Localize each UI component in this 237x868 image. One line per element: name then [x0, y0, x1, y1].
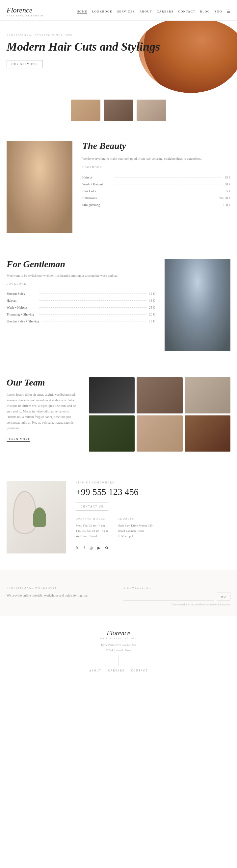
nav-home[interactable]: HOME: [77, 10, 87, 13]
team-title: Our Team: [7, 377, 79, 388]
contact-subtitle: Ring Us Somewhere: [76, 481, 230, 484]
price-item-haircut: Haircut 25 €: [82, 176, 230, 179]
beauty-lookbook-link[interactable]: Lookbook: [82, 166, 230, 169]
footer-logo-sub: Hair Stylist Studio: [7, 637, 230, 640]
contact-address: Address Hyde Park Drive Avenue 24020224 …: [117, 517, 152, 539]
newsletter-form: Go: [124, 593, 230, 600]
nav-blog[interactable]: BLOG: [200, 10, 210, 13]
contact-section: Ring Us Somewhere +99 555 123 456 Contac…: [0, 465, 237, 570]
gentleman-content: For Gentleman Men want to be stylish too…: [7, 259, 155, 327]
hours-text: Mon, Thu: 12 am - 7 pmTue, Fri, Sat: 10 …: [76, 523, 108, 539]
price-dots: [42, 321, 147, 321]
thumbnail-row: [0, 93, 237, 127]
price-dots: [114, 177, 222, 178]
newsletter-right: E-Newsletter Go * just subscribe to our …: [124, 586, 230, 606]
logo-name: Florence: [7, 6, 44, 14]
flower-icon[interactable]: ✿: [105, 546, 108, 551]
newsletter-description: We provide online tutorials, workshops a…: [7, 593, 113, 598]
price-value: 150 €: [223, 203, 231, 207]
footer-address: Hyde Park Drive Avenue 240 20224 Example…: [7, 642, 230, 653]
thumbnail-3[interactable]: [137, 100, 166, 121]
price-value: 60-120 €: [218, 196, 230, 200]
navigation: Florence Hair Stylist Studio HOME LOOKBO…: [0, 0, 237, 21]
price-item-straightening: Straightening 150 €: [82, 203, 230, 207]
price-dots: [114, 191, 222, 191]
footer-divider: [119, 656, 119, 666]
hero-section: Professional Styling Since 1999 Modern H…: [0, 21, 237, 93]
contact-info-cols: Opening Hours Mon, Thu: 12 am - 7 pmTue,…: [76, 517, 230, 539]
social-icons: 𝕏 f ◎ ▶ ✿: [76, 546, 230, 551]
price-item-color: Hair Color 35 €: [82, 189, 230, 193]
price-name: Shorten Sides: [7, 292, 36, 296]
instagram-icon[interactable]: ◎: [89, 546, 93, 551]
gentleman-title: For Gentleman: [7, 259, 155, 270]
team-photo-3: [185, 377, 230, 413]
price-name: Straightening: [82, 203, 112, 207]
price-name: Haircut: [7, 299, 36, 302]
team-section: Our Team Lorem ipsum dolor sit amet, sag…: [0, 364, 237, 465]
price-item-wash-haircut-g: Wash + Haircut 25 €: [7, 306, 155, 309]
footer-link-contact[interactable]: CONTACT: [131, 669, 148, 672]
nav-careers[interactable]: CAREERS: [157, 10, 174, 13]
contact-hours: Opening Hours Mon, Thu: 12 am - 7 pmTue,…: [76, 517, 108, 539]
newsletter-email-input[interactable]: [124, 593, 214, 600]
nav-links: HOME LOOKBOOK SERVICES ABOUT CAREERS CON…: [77, 9, 230, 14]
price-name: Haircut: [82, 176, 112, 179]
mirror-decor: [13, 491, 36, 534]
gentleman-price-list: Shorten Sides 12 € Haircut 18 € Wash + H…: [7, 292, 155, 323]
team-content: Our Team Lorem ipsum dolor sit amet, sag…: [7, 377, 79, 441]
logo[interactable]: Florence Hair Stylist Studio: [7, 6, 44, 17]
hero-content: Professional Styling Since 1999 Modern H…: [7, 34, 230, 68]
newsletter-section: Professional Workshops We provide online…: [0, 570, 237, 616]
price-value: 30 €: [225, 182, 231, 186]
footer-logo-name: Florence: [7, 629, 230, 637]
twitter-icon[interactable]: 𝕏: [76, 546, 79, 551]
price-name: Extensions: [82, 196, 112, 200]
nav-contact[interactable]: CONTACT: [178, 10, 195, 13]
gentleman-lookbook-link[interactable]: Lookbook: [7, 282, 155, 285]
footer-link-careers[interactable]: CAREERS: [108, 669, 125, 672]
price-item-shorten-shaving: Shorten Sides + Shaving 15 €: [7, 319, 155, 323]
search-icon[interactable]: ☰: [227, 9, 230, 14]
thumbnail-1[interactable]: [71, 100, 100, 121]
nav-about[interactable]: ABOUT: [139, 10, 152, 13]
gentleman-description: Men want to be stylish too, whether it i…: [7, 273, 155, 278]
learn-more-link[interactable]: Learn More: [7, 438, 30, 442]
price-item-haircut-g: Haircut 18 €: [7, 299, 155, 302]
price-dots: [114, 198, 216, 198]
nav-services[interactable]: SERVICES: [117, 10, 135, 13]
team-description: Lorem ipsum dolor sit amet, sagittis ves…: [7, 392, 79, 431]
price-value: 12 €: [149, 292, 155, 296]
nav-lookbook[interactable]: LOOKBOOK: [92, 10, 112, 13]
price-item-shorten-sides: Shorten Sides 12 €: [7, 292, 155, 296]
address-title: Address: [117, 517, 152, 520]
price-value: 25 €: [225, 176, 231, 179]
address-text: Hyde Park Drive Avenue 24020224 Example …: [117, 523, 152, 539]
footer-address-line2: 20224 Example Town: [105, 648, 131, 652]
contact-phone: +99 555 123 456: [76, 487, 230, 497]
footer-link-about[interactable]: ABOUT: [89, 669, 102, 672]
team-photo-grid: [89, 377, 230, 452]
price-name: Wash + Haircut: [7, 306, 36, 309]
price-name: Hair Color: [82, 189, 112, 193]
thumbnail-2[interactable]: [104, 100, 133, 121]
price-value: 25 €: [149, 306, 155, 309]
our-services-button[interactable]: Our Services: [7, 60, 43, 68]
nav-zoo[interactable]: ZOO: [215, 10, 222, 13]
facebook-icon[interactable]: f: [84, 546, 85, 551]
team-photo-4: [89, 415, 135, 452]
team-photo-6: [185, 415, 230, 452]
youtube-icon[interactable]: ▶: [98, 546, 100, 551]
newsletter-subtitle: Professional Workshops: [7, 586, 113, 589]
contact-us-button[interactable]: Contact Us: [76, 502, 108, 511]
newsletter-submit-button[interactable]: Go: [217, 593, 230, 600]
price-dots: [114, 205, 220, 205]
beauty-description: We do everything to make you look good, …: [82, 156, 230, 161]
price-dots: [39, 314, 147, 314]
beauty-photo-inner: [7, 141, 72, 233]
team-photo-2: [137, 377, 182, 413]
hero-title: Modern Hair Cuts and Stylings: [7, 40, 230, 54]
price-dots: [39, 293, 147, 294]
price-value: 35 €: [225, 189, 231, 193]
price-item-wash-haircut: Wash + Haircut 30 €: [82, 182, 230, 186]
